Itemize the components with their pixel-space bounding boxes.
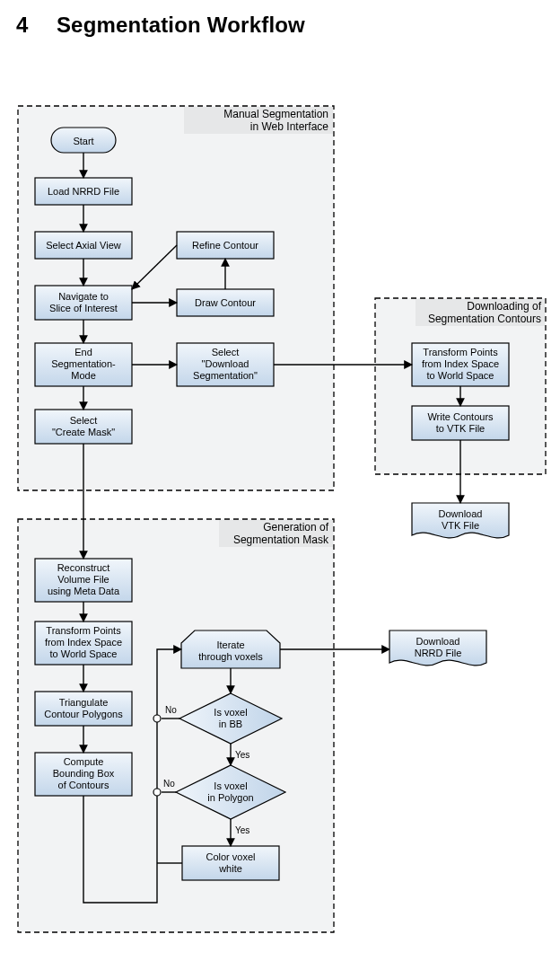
node-voxel-bb-l2: in BB: [219, 719, 242, 729]
node-bbox-l1: Compute: [64, 756, 104, 767]
node-select-create-l2: "Create Mask": [52, 427, 115, 437]
group-manual-label-l2: in Web Interface: [250, 120, 328, 133]
node-end-seg-l2: Segmentation-: [51, 358, 116, 369]
label-no: No: [163, 779, 175, 789]
node-transform1-l3: to World Space: [426, 370, 494, 381]
node-reconstruct-l1: Reconstruct: [57, 562, 110, 573]
merge-point: [153, 715, 161, 722]
node-transform2-l3: to World Space: [49, 648, 117, 659]
node-bbox-l3: of Contours: [58, 780, 109, 790]
flowchart-diagram: Manual Segmentation in Web Interface Sta…: [0, 0, 560, 961]
node-iterate-l2: through voxels: [198, 651, 263, 662]
node-voxel-bb-l1: Is voxel: [214, 707, 247, 718]
merge-point: [153, 789, 161, 796]
node-write-contours-l1: Write Contours: [427, 411, 494, 422]
node-iterate-l1: Iterate: [216, 639, 244, 650]
group-mask-label-l2: Segmentation Mask: [233, 533, 329, 546]
node-refine-label: Refine Contour: [192, 240, 258, 251]
group-mask-label-l1: Generation of: [263, 521, 328, 533]
group-download-label-l2: Segmentation Contours: [428, 313, 541, 325]
node-transform1-l2: from Index Space: [422, 358, 499, 369]
node-download-vtk: Download VTK File: [412, 503, 509, 538]
node-voxel-poly-l2: in Polygon: [207, 792, 253, 803]
label-yes: Yes: [235, 750, 249, 760]
node-reconstruct-l2: Volume File: [57, 574, 109, 585]
node-download-vtk-l1: Download: [439, 508, 483, 519]
node-download-vtk-l2: VTK File: [442, 520, 479, 531]
node-transform2-l2: from Index Space: [45, 637, 122, 648]
node-select-download-l2: "Download: [202, 358, 249, 369]
node-color-l2: white: [218, 863, 242, 874]
node-select-create-l1: Select: [70, 415, 98, 426]
node-triangulate-l1: Triangulate: [59, 697, 109, 708]
node-navigate-l1: Navigate to: [58, 291, 109, 302]
label-no: No: [165, 705, 177, 715]
label-yes: Yes: [235, 825, 249, 835]
node-reconstruct-l3: using Meta Data: [48, 586, 120, 596]
node-select-axial-label: Select Axial View: [46, 240, 121, 251]
node-start-label: Start: [73, 136, 93, 146]
node-transform1-l1: Transform Points: [423, 347, 498, 357]
node-draw-label: Draw Contour: [195, 297, 256, 308]
node-download-nrrd-l1: Download: [416, 636, 460, 647]
node-bbox-l2: Bounding Box: [53, 768, 115, 779]
node-navigate-l2: Slice of Interest: [49, 303, 118, 313]
group-manual-label-l1: Manual Segmentation: [223, 108, 328, 120]
node-select-download-l3: Segmentation": [193, 370, 258, 381]
node-load-nrrd-label: Load NRRD File: [48, 186, 119, 197]
node-download-nrrd: Download NRRD File: [389, 630, 486, 666]
group-download-label-l1: Downloading of: [467, 300, 541, 313]
node-select-download-l1: Select: [212, 347, 240, 357]
node-end-seg-l3: Mode: [71, 370, 96, 381]
node-triangulate-l2: Contour Polygons: [44, 709, 123, 719]
node-color-l1: Color voxel: [206, 851, 255, 862]
node-transform2-l1: Transform Points: [46, 625, 121, 636]
node-voxel-poly-l1: Is voxel: [214, 780, 247, 791]
node-end-seg-l1: End: [74, 347, 92, 357]
node-write-contours-l2: to VTK File: [436, 423, 485, 434]
node-iterate: Iterate through voxels: [181, 630, 280, 668]
node-download-nrrd-l2: NRRD File: [415, 648, 462, 658]
